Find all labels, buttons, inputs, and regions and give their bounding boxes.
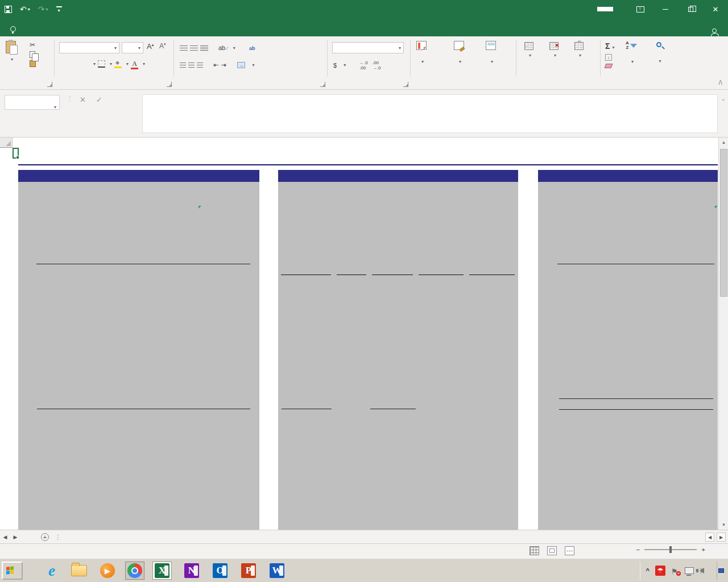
scroll-down-icon[interactable]: ▼ [719, 520, 728, 530]
cut-button[interactable]: ✂ [30, 41, 36, 49]
normal-view-button[interactable] [530, 546, 539, 555]
new-sheet-button[interactable]: + [39, 530, 51, 543]
zoom-slider[interactable] [644, 549, 697, 550]
confirm-entry-icon[interactable]: ✓ [96, 95, 102, 104]
align-bottom-button[interactable] [200, 45, 208, 51]
network-icon[interactable] [685, 567, 694, 574]
select-all-corner[interactable] [0, 138, 13, 148]
paste-button[interactable]: ▾ [6, 41, 16, 62]
increase-indent-button[interactable]: ⇥ [221, 61, 226, 69]
orientation-button[interactable]: ab⟋ [218, 44, 229, 52]
insert-cells-button[interactable]: ▾ [524, 42, 533, 58]
align-top-button[interactable] [180, 45, 188, 51]
vertical-scrollbar-thumb[interactable] [720, 149, 727, 297]
delete-cells-button[interactable]: ▾ [549, 42, 559, 58]
minimize-button[interactable] [653, 0, 678, 18]
paste-dropdown-icon[interactable]: ▾ [11, 57, 13, 62]
conditional-formatting-button[interactable]: ▾ [416, 41, 427, 65]
formula-bar-handle[interactable]: ⋮ [67, 97, 73, 101]
formula-bar-collapse-icon[interactable]: ⌄ [721, 95, 726, 102]
start-button[interactable] [2, 562, 23, 580]
zoom-slider-thumb[interactable] [669, 546, 672, 553]
taskbar-onenote[interactable]: N [182, 562, 201, 580]
active-cell-selection[interactable] [13, 148, 19, 159]
decrease-decimal-button[interactable]: .00→.0 [373, 60, 381, 70]
taskbar-outlook[interactable]: O [210, 562, 230, 580]
sort-filter-button[interactable]: AZ ▾ [626, 41, 637, 65]
taskbar-media-player[interactable]: ▶ [98, 562, 117, 580]
format-cells-button[interactable]: ▾ [574, 42, 584, 58]
name-box[interactable]: ▾ [5, 95, 60, 110]
borders-dropdown-icon[interactable]: ▾ [110, 61, 112, 66]
cancel-entry-icon[interactable]: ✕ [80, 95, 86, 104]
taskbar-internet-explorer[interactable]: e [42, 562, 61, 580]
action-center-flag-icon[interactable]: ✕ [671, 566, 679, 575]
taskbar-word[interactable]: W [267, 562, 287, 580]
share-button[interactable] [712, 28, 720, 33]
close-button[interactable]: ✕ [703, 0, 728, 18]
align-left-button[interactable] [180, 63, 186, 68]
sheet-scroll-right-icon[interactable]: ▶ [10, 530, 20, 543]
fill-color-dropdown-icon[interactable]: ▾ [126, 61, 129, 66]
find-select-button[interactable]: ▾ [656, 42, 661, 65]
show-desktop-button[interactable] [717, 562, 725, 580]
worksheet[interactable] [13, 148, 718, 530]
collapse-ribbon-icon[interactable]: ᐱ [718, 80, 722, 86]
merge-center-dropdown-icon[interactable]: ▾ [252, 63, 254, 68]
avira-antivirus-icon[interactable]: ☂ [655, 566, 665, 576]
hscroll-right-icon[interactable]: ▶ [717, 533, 726, 542]
show-hidden-icons-button[interactable]: ^ [646, 567, 650, 574]
scroll-up-icon[interactable]: ▲ [719, 138, 728, 147]
align-right-button[interactable] [197, 63, 203, 68]
font-size-select[interactable]: ▾ [122, 42, 143, 53]
sub-header-row-2 [538, 429, 713, 439]
format-as-table-button[interactable]: ▾ [454, 41, 464, 65]
cell-styles-button[interactable]: ▾ [486, 41, 496, 65]
number-dialog-launcher[interactable] [403, 82, 408, 87]
orientation-dropdown-icon[interactable]: ▾ [233, 45, 235, 51]
sign-in-button[interactable] [597, 7, 613, 11]
ribbon-display-options-button[interactable] [628, 0, 653, 18]
sub-december-row[interactable] [538, 399, 713, 409]
decrease-indent-button[interactable]: ⇤ [213, 61, 218, 69]
font-dialog-launcher[interactable] [167, 82, 172, 87]
restore-button[interactable] [678, 0, 703, 18]
number-format-select[interactable]: ▾ [332, 42, 404, 53]
zoom-out-button[interactable]: − [636, 546, 640, 553]
accounting-dropdown-icon[interactable]: ▾ [344, 63, 346, 68]
copy-button[interactable] [30, 51, 35, 58]
autosum-button[interactable]: Σ▾ [605, 41, 614, 51]
page-layout-view-button[interactable] [547, 546, 557, 555]
increase-decimal-button[interactable]: ←.0.00 [359, 60, 368, 70]
page-break-view-button[interactable] [565, 546, 574, 555]
vertical-scrollbar[interactable]: ▲ ▼ [718, 138, 728, 530]
taskbar-chrome[interactable] [125, 562, 144, 580]
sheet-tabs-overflow-left[interactable] [20, 530, 30, 543]
font-name-select[interactable]: ▾ [59, 42, 119, 53]
taskbar-excel-active[interactable]: X [152, 562, 172, 580]
clear-button[interactable] [605, 64, 613, 68]
align-center-button[interactable] [188, 63, 195, 68]
clipboard-dialog-launcher[interactable] [47, 82, 52, 87]
decrease-font-button[interactable]: A▾ [159, 42, 166, 50]
speaker-icon[interactable] [700, 568, 704, 573]
formula-input[interactable] [142, 94, 718, 133]
tell-me-box[interactable] [10, 26, 20, 36]
align-middle-button[interactable] [190, 45, 198, 51]
taskbar-file-explorer[interactable] [69, 562, 89, 580]
font-color-dropdown-icon[interactable]: ▾ [143, 61, 145, 66]
increase-font-button[interactable]: A▴ [147, 42, 154, 51]
alignment-dialog-launcher[interactable] [320, 82, 325, 87]
taskbar-powerpoint[interactable]: P [239, 562, 258, 580]
fill-color-button[interactable] [114, 61, 122, 67]
hscroll-left-icon[interactable]: ◀ [705, 533, 714, 542]
accounting-format-button[interactable]: $ [333, 62, 337, 69]
sheet-tabs-overflow-right[interactable] [30, 530, 39, 543]
name-box-dropdown-icon[interactable]: ▾ [54, 101, 56, 114]
borders-button[interactable] [98, 60, 105, 68]
underline-dropdown-icon[interactable]: ▾ [93, 61, 96, 66]
fill-button[interactable]: ↓ [605, 54, 612, 61]
zoom-in-button[interactable]: + [701, 546, 705, 553]
sheet-scroll-left-icon[interactable]: ◀ [0, 530, 10, 543]
font-color-button[interactable]: A [131, 60, 138, 68]
